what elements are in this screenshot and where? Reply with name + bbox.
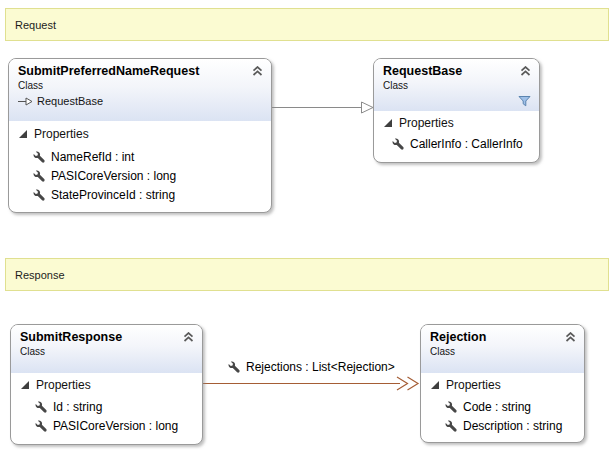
- properties-list: Code : string Description : string: [421, 397, 584, 435]
- properties-compartment-header[interactable]: Properties: [421, 373, 584, 397]
- property-label: PASICoreVersion : long: [51, 169, 176, 183]
- expander-icon[interactable]: [431, 381, 439, 389]
- class-stereotype: Class: [18, 80, 263, 91]
- comment-request[interactable]: Request: [5, 8, 609, 41]
- collapse-chevron-icon[interactable]: [252, 66, 263, 76]
- property-row[interactable]: NameRefId : int: [9, 147, 271, 166]
- property-row[interactable]: Code : string: [421, 397, 584, 416]
- property-label: Code : string: [463, 400, 531, 414]
- property-row[interactable]: StateProvinceId : string: [9, 185, 271, 204]
- class-header: SubmitResponse Class: [11, 325, 202, 373]
- wrench-icon: [392, 138, 404, 150]
- properties-compartment-header[interactable]: Properties: [9, 121, 271, 147]
- filter-funnel-icon[interactable]: [518, 96, 531, 107]
- class-header: SubmitPreferredNameRequest Class Request…: [9, 59, 271, 121]
- property-row[interactable]: Description : string: [421, 416, 584, 435]
- property-row[interactable]: PASICoreVersion : long: [11, 416, 202, 435]
- wrench-icon: [33, 170, 45, 182]
- class-title: Rejection: [430, 330, 576, 345]
- properties-compartment-header[interactable]: Properties: [11, 373, 202, 397]
- association-label[interactable]: Rejections : List<Rejection>: [228, 360, 395, 374]
- class-title: SubmitPreferredNameRequest: [18, 64, 263, 79]
- wrench-icon: [445, 420, 457, 432]
- class-diagram-canvas: Request Response Rejections : List<Rejec…: [0, 0, 616, 455]
- compartment-label: Properties: [34, 127, 89, 141]
- property-label: PASICoreVersion : long: [53, 419, 178, 433]
- wrench-icon: [445, 401, 457, 413]
- property-label: Id : string: [53, 400, 102, 414]
- properties-list: CallerInfo : CallerInfo: [374, 134, 539, 153]
- base-type-label: RequestBase: [37, 95, 103, 107]
- collapse-chevron-icon[interactable]: [183, 332, 194, 342]
- property-label: CallerInfo : CallerInfo: [410, 137, 523, 151]
- property-label: NameRefId : int: [51, 150, 134, 164]
- comment-response-label: Response: [15, 269, 65, 281]
- wrench-icon: [33, 189, 45, 201]
- expander-icon[interactable]: [21, 381, 29, 389]
- class-stereotype: Class: [430, 346, 576, 357]
- class-stereotype: Class: [20, 346, 194, 357]
- wrench-icon: [33, 151, 45, 163]
- class-title: RequestBase: [383, 64, 531, 79]
- properties-list: Id : string PASICoreVersion : long: [11, 397, 202, 435]
- wrench-icon: [228, 361, 240, 373]
- class-header: Rejection Class: [421, 325, 584, 373]
- property-row[interactable]: Id : string: [11, 397, 202, 416]
- comment-response[interactable]: Response: [5, 258, 609, 291]
- class-header: RequestBase Class: [374, 59, 539, 111]
- base-type-row[interactable]: RequestBase: [18, 95, 263, 107]
- properties-list: NameRefId : int PASICoreVersion : long S…: [9, 147, 271, 204]
- collapse-chevron-icon[interactable]: [520, 66, 531, 76]
- class-submit-preferred-name-request[interactable]: SubmitPreferredNameRequest Class Request…: [8, 58, 272, 213]
- comment-request-label: Request: [15, 19, 56, 31]
- class-title: SubmitResponse: [20, 330, 194, 345]
- property-label: StateProvinceId : string: [51, 188, 175, 202]
- inheritance-connector[interactable]: [272, 107, 362, 108]
- expander-icon[interactable]: [19, 130, 27, 138]
- properties-compartment-header[interactable]: Properties: [374, 111, 539, 134]
- class-request-base[interactable]: RequestBase Class Properties CallerInfo …: [373, 58, 540, 163]
- property-label: Description : string: [463, 419, 562, 433]
- wrench-icon: [35, 420, 47, 432]
- association-connector[interactable]: [203, 383, 400, 384]
- class-submit-response[interactable]: SubmitResponse Class Properties Id : str…: [10, 324, 203, 445]
- property-row[interactable]: PASICoreVersion : long: [9, 166, 271, 185]
- compartment-label: Properties: [446, 378, 501, 392]
- collapse-chevron-icon[interactable]: [565, 332, 576, 342]
- association-label-text: Rejections : List<Rejection>: [246, 360, 395, 374]
- wrench-icon: [35, 401, 47, 413]
- association-arrow-icon: [396, 376, 421, 391]
- compartment-label: Properties: [36, 378, 91, 392]
- class-stereotype: Class: [383, 80, 531, 91]
- expander-icon[interactable]: [384, 119, 392, 127]
- property-row[interactable]: CallerInfo : CallerInfo: [374, 134, 539, 153]
- compartment-label: Properties: [399, 116, 454, 130]
- inherits-arrow-icon: [18, 97, 33, 106]
- class-rejection[interactable]: Rejection Class Properties Code : string…: [420, 324, 585, 443]
